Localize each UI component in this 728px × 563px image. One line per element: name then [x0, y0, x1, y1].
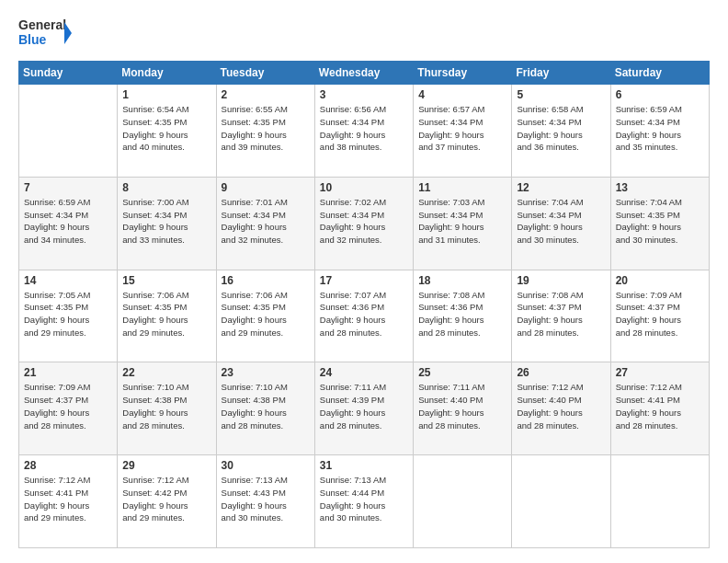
calendar-cell: 31Sunrise: 7:13 AM Sunset: 4:44 PM Dayli… — [314, 455, 413, 548]
day-number: 15 — [122, 274, 210, 287]
day-number: 19 — [517, 274, 605, 287]
day-info: Sunrise: 7:12 AM Sunset: 4:40 PM Dayligh… — [517, 381, 605, 431]
day-number: 29 — [122, 459, 210, 472]
calendar-cell: 12Sunrise: 7:04 AM Sunset: 4:34 PM Dayli… — [512, 177, 610, 270]
day-info: Sunrise: 6:59 AM Sunset: 4:34 PM Dayligh… — [24, 196, 112, 247]
day-info: Sunrise: 7:05 AM Sunset: 4:35 PM Dayligh… — [24, 289, 112, 339]
week-row-1: 7Sunrise: 6:59 AM Sunset: 4:34 PM Daylig… — [19, 177, 710, 270]
logo: GeneralBlue — [18, 15, 74, 52]
calendar-cell: 7Sunrise: 6:59 AM Sunset: 4:34 PM Daylig… — [19, 177, 118, 270]
calendar-cell: 21Sunrise: 7:09 AM Sunset: 4:37 PM Dayli… — [19, 362, 118, 455]
day-number: 3 — [320, 88, 408, 101]
day-info: Sunrise: 7:08 AM Sunset: 4:36 PM Dayligh… — [418, 289, 506, 339]
day-info: Sunrise: 7:03 AM Sunset: 4:34 PM Dayligh… — [418, 196, 506, 247]
calendar-cell: 20Sunrise: 7:09 AM Sunset: 4:37 PM Dayli… — [610, 270, 709, 362]
weekday-header-saturday: Saturday — [610, 62, 709, 85]
day-number: 7 — [24, 181, 112, 194]
calendar-cell: 22Sunrise: 7:10 AM Sunset: 4:38 PM Dayli… — [118, 362, 216, 455]
weekday-header-wednesday: Wednesday — [314, 62, 413, 85]
weekday-header-sunday: Sunday — [19, 62, 118, 85]
weekday-header-thursday: Thursday — [414, 62, 512, 85]
day-number: 9 — [222, 181, 310, 194]
calendar-cell: 28Sunrise: 7:12 AM Sunset: 4:41 PM Dayli… — [19, 455, 118, 548]
weekday-header-row: SundayMondayTuesdayWednesdayThursdayFrid… — [19, 62, 710, 85]
day-info: Sunrise: 6:56 AM Sunset: 4:34 PM Dayligh… — [320, 103, 408, 154]
week-row-2: 14Sunrise: 7:05 AM Sunset: 4:35 PM Dayli… — [19, 270, 710, 362]
weekday-header-monday: Monday — [118, 62, 216, 85]
calendar-cell: 3Sunrise: 6:56 AM Sunset: 4:34 PM Daylig… — [314, 85, 413, 178]
day-number: 4 — [418, 88, 506, 101]
calendar-cell: 19Sunrise: 7:08 AM Sunset: 4:37 PM Dayli… — [512, 270, 610, 362]
day-info: Sunrise: 7:01 AM Sunset: 4:34 PM Dayligh… — [222, 196, 310, 247]
calendar-cell: 24Sunrise: 7:11 AM Sunset: 4:39 PM Dayli… — [314, 362, 413, 455]
day-info: Sunrise: 7:06 AM Sunset: 4:35 PM Dayligh… — [122, 289, 210, 339]
header: GeneralBlue — [18, 15, 710, 52]
calendar-cell: 5Sunrise: 6:58 AM Sunset: 4:34 PM Daylig… — [512, 85, 610, 178]
day-info: Sunrise: 7:13 AM Sunset: 4:44 PM Dayligh… — [320, 474, 408, 524]
calendar-cell — [610, 455, 709, 548]
day-number: 16 — [222, 274, 310, 287]
calendar-cell: 30Sunrise: 7:13 AM Sunset: 4:43 PM Dayli… — [216, 455, 314, 548]
day-number: 21 — [24, 366, 112, 379]
calendar-cell: 23Sunrise: 7:10 AM Sunset: 4:38 PM Dayli… — [216, 362, 314, 455]
day-info: Sunrise: 7:10 AM Sunset: 4:38 PM Dayligh… — [222, 381, 310, 431]
day-info: Sunrise: 7:07 AM Sunset: 4:36 PM Dayligh… — [320, 289, 408, 339]
day-number: 1 — [122, 88, 210, 101]
calendar-cell: 15Sunrise: 7:06 AM Sunset: 4:35 PM Dayli… — [118, 270, 216, 362]
day-number: 27 — [616, 366, 704, 379]
day-info: Sunrise: 7:12 AM Sunset: 4:41 PM Dayligh… — [616, 381, 704, 431]
calendar-cell: 18Sunrise: 7:08 AM Sunset: 4:36 PM Dayli… — [414, 270, 512, 362]
day-number: 20 — [616, 274, 704, 287]
logo-svg: GeneralBlue — [18, 15, 74, 52]
week-row-3: 21Sunrise: 7:09 AM Sunset: 4:37 PM Dayli… — [19, 362, 710, 455]
day-info: Sunrise: 7:04 AM Sunset: 4:34 PM Dayligh… — [517, 196, 605, 247]
day-info: Sunrise: 7:11 AM Sunset: 4:39 PM Dayligh… — [320, 381, 408, 431]
day-info: Sunrise: 7:12 AM Sunset: 4:41 PM Dayligh… — [24, 474, 112, 524]
day-info: Sunrise: 7:00 AM Sunset: 4:34 PM Dayligh… — [122, 196, 210, 247]
day-number: 8 — [122, 181, 210, 194]
day-info: Sunrise: 7:08 AM Sunset: 4:37 PM Dayligh… — [517, 289, 605, 339]
calendar-cell: 1Sunrise: 6:54 AM Sunset: 4:35 PM Daylig… — [118, 85, 216, 178]
day-number: 26 — [517, 366, 605, 379]
day-info: Sunrise: 6:54 AM Sunset: 4:35 PM Dayligh… — [122, 103, 210, 154]
calendar-cell: 8Sunrise: 7:00 AM Sunset: 4:34 PM Daylig… — [118, 177, 216, 270]
svg-marker-2 — [64, 22, 72, 44]
calendar-cell — [19, 85, 118, 178]
day-number: 13 — [616, 181, 704, 194]
weekday-header-tuesday: Tuesday — [216, 62, 314, 85]
calendar-cell: 14Sunrise: 7:05 AM Sunset: 4:35 PM Dayli… — [19, 270, 118, 362]
day-info: Sunrise: 6:57 AM Sunset: 4:34 PM Dayligh… — [418, 103, 506, 154]
week-row-4: 28Sunrise: 7:12 AM Sunset: 4:41 PM Dayli… — [19, 455, 710, 548]
day-number: 23 — [222, 366, 310, 379]
calendar-cell: 11Sunrise: 7:03 AM Sunset: 4:34 PM Dayli… — [414, 177, 512, 270]
day-info: Sunrise: 6:58 AM Sunset: 4:34 PM Dayligh… — [517, 103, 605, 154]
calendar-cell: 26Sunrise: 7:12 AM Sunset: 4:40 PM Dayli… — [512, 362, 610, 455]
day-info: Sunrise: 7:04 AM Sunset: 4:35 PM Dayligh… — [616, 196, 704, 247]
calendar-cell: 16Sunrise: 7:06 AM Sunset: 4:35 PM Dayli… — [216, 270, 314, 362]
day-number: 2 — [222, 88, 310, 101]
calendar-cell — [414, 455, 512, 548]
day-info: Sunrise: 7:12 AM Sunset: 4:42 PM Dayligh… — [122, 474, 210, 524]
day-number: 25 — [418, 366, 506, 379]
day-number: 31 — [320, 459, 408, 472]
day-info: Sunrise: 7:02 AM Sunset: 4:34 PM Dayligh… — [320, 196, 408, 247]
svg-text:General: General — [18, 17, 66, 32]
day-info: Sunrise: 7:09 AM Sunset: 4:37 PM Dayligh… — [24, 381, 112, 431]
calendar-cell: 29Sunrise: 7:12 AM Sunset: 4:42 PM Dayli… — [118, 455, 216, 548]
calendar-cell: 27Sunrise: 7:12 AM Sunset: 4:41 PM Dayli… — [610, 362, 709, 455]
calendar-cell: 4Sunrise: 6:57 AM Sunset: 4:34 PM Daylig… — [414, 85, 512, 178]
day-info: Sunrise: 7:13 AM Sunset: 4:43 PM Dayligh… — [222, 474, 310, 524]
day-info: Sunrise: 7:10 AM Sunset: 4:38 PM Dayligh… — [122, 381, 210, 431]
day-info: Sunrise: 7:09 AM Sunset: 4:37 PM Dayligh… — [616, 289, 704, 339]
calendar-cell: 25Sunrise: 7:11 AM Sunset: 4:40 PM Dayli… — [414, 362, 512, 455]
calendar-cell — [512, 455, 610, 548]
calendar-cell: 13Sunrise: 7:04 AM Sunset: 4:35 PM Dayli… — [610, 177, 709, 270]
day-number: 14 — [24, 274, 112, 287]
day-number: 30 — [222, 459, 310, 472]
calendar-cell: 6Sunrise: 6:59 AM Sunset: 4:34 PM Daylig… — [610, 85, 709, 178]
day-info: Sunrise: 6:59 AM Sunset: 4:34 PM Dayligh… — [616, 103, 704, 154]
week-row-0: 1Sunrise: 6:54 AM Sunset: 4:35 PM Daylig… — [19, 85, 710, 178]
svg-text:Blue: Blue — [18, 32, 47, 47]
day-number: 5 — [517, 88, 605, 101]
calendar-cell: 2Sunrise: 6:55 AM Sunset: 4:35 PM Daylig… — [216, 85, 314, 178]
